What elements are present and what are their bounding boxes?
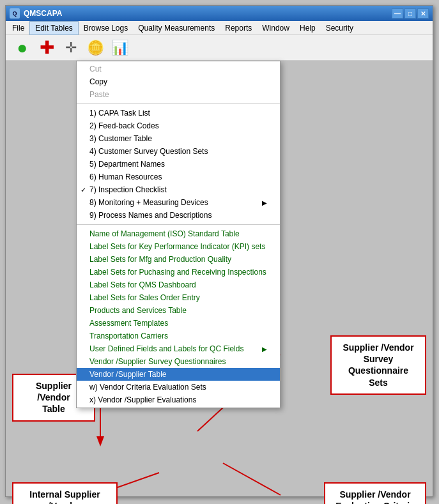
menu-quality-measurements[interactable]: Quality Measurements [133, 22, 220, 34]
minimize-button[interactable]: — [392, 8, 403, 19]
callout-internal: Internal Supplier /VendorEvaluations Com… [12, 482, 118, 504]
toolbar-green-icon[interactable]: ● [12, 38, 33, 58]
green-section: Name of Management (ISO) Standard Table … [77, 226, 280, 408]
menu-kpi-label-sets[interactable]: Label Sets for Key Performance Indicator… [77, 240, 280, 253]
toolbar-chart-icon[interactable]: 📊 [109, 38, 130, 58]
callout-internal-text: Internal Supplier /VendorEvaluations Com… [29, 489, 100, 504]
menu-vendor-evaluations[interactable]: x) Vendor /Supplier Evaluations [77, 393, 280, 406]
menu-edit-tables[interactable]: Edit Tables [29, 21, 78, 35]
menu-reports[interactable]: Reports [220, 22, 257, 34]
submenu-arrow-2-icon: ▶ [262, 346, 267, 353]
callout-survey: Supplier /VendorSurveyQuestionnaireSets [330, 335, 426, 395]
menu-qms-dashboard-label[interactable]: Label Sets for QMS Dashboard [77, 279, 280, 291]
divider-1 [77, 103, 280, 104]
menu-vendor-survey-questionnaires[interactable]: Vendor /Supplier Survey Questionnaires [77, 355, 280, 368]
main-window: Q QMSCAPA — □ ✕ File Edit Tables Browse … [5, 5, 433, 497]
checkmark-icon: ✓ [81, 186, 86, 194]
menu-sales-order-label[interactable]: Label Sets for Sales Order Entry [77, 291, 280, 304]
menu-security[interactable]: Security [321, 22, 358, 34]
menu-help[interactable]: Help [295, 22, 321, 34]
toolbar-add-icon[interactable]: ✚ [36, 38, 57, 58]
menu-products-services[interactable]: Products and Services Table [77, 304, 280, 317]
menu-window[interactable]: Window [257, 22, 295, 34]
menu-transportation-carriers[interactable]: Transportation Carriers [77, 330, 280, 342]
menu-user-defined-fields[interactable]: User Defined Fields and Labels for QC Fi… [77, 342, 280, 355]
menu-copy[interactable]: Copy [77, 75, 280, 88]
callout-vendor-table-text: Supplier /VendorTable [36, 381, 72, 414]
clipboard-section: Cut Copy Paste [77, 61, 280, 102]
menu-process-names[interactable]: 9) Process Names and Descriptions [77, 209, 280, 222]
titlebar-buttons: — □ ✕ [392, 8, 429, 19]
menu-vendor-criteria[interactable]: w) Vendor Criteria Evaluation Sets [77, 381, 280, 393]
menu-feedback-codes[interactable]: 2) Feed-back Codes [77, 119, 280, 132]
menu-purchasing-label-sets[interactable]: Label Sets for Puchasing and Receiving I… [77, 266, 280, 279]
toolbar-coins-icon[interactable]: 🪙 [85, 38, 105, 58]
menu-monitoring-devices[interactable]: 8) Monitoring + Measuring Devices ▶ [77, 196, 280, 209]
callout-survey-text: Supplier /VendorSurveyQuestionnaireSets [343, 342, 413, 388]
divider-2 [77, 224, 280, 225]
menu-management-standard[interactable]: Name of Management (ISO) Standard Table [77, 227, 280, 240]
menu-browse-logs[interactable]: Browse Logs [79, 22, 133, 34]
menu-capa-task-list[interactable]: 1) CAPA Task List [77, 107, 280, 119]
svg-line-3 [223, 463, 281, 495]
numbered-section: 1) CAPA Task List 2) Feed-back Codes 3) … [77, 105, 280, 223]
callout-criteria-text: Supplier /VendorEvaluation CriteriaSets [335, 489, 415, 504]
menu-vendor-supplier-table[interactable]: Vendor /Supplier Table [77, 368, 280, 381]
maximize-button[interactable]: □ [404, 8, 416, 19]
titlebar: Q QMSCAPA — □ ✕ [6, 6, 433, 21]
callout-criteria: Supplier /VendorEvaluation CriteriaSets [324, 482, 426, 504]
menu-cut[interactable]: Cut [77, 63, 280, 75]
menu-human-resources[interactable]: 6) Human Resources [77, 171, 280, 183]
toolbar-move-icon[interactable]: ✛ [61, 38, 81, 58]
close-button[interactable]: ✕ [417, 8, 429, 19]
menu-mfg-label-sets[interactable]: Label Sets for Mfg and Production Qualit… [77, 253, 280, 266]
menu-department-names[interactable]: 5) Department Names [77, 158, 280, 171]
menu-customer-table[interactable]: 3) Customer Table [77, 132, 280, 145]
menu-inspection-checklist[interactable]: ✓ 7) Inspection Checklist [77, 183, 280, 196]
edit-tables-dropdown: Cut Copy Paste 1) CAPA Task List 2) Feed… [76, 61, 281, 408]
app-icon: Q [10, 8, 20, 19]
content-area: Cut Copy Paste 1) CAPA Task List 2) Feed… [6, 61, 433, 496]
menu-customer-survey[interactable]: 4) Customer Survey Question Sets [77, 145, 280, 158]
menu-paste[interactable]: Paste [77, 88, 280, 101]
toolbar: ● ✚ ✛ 🪙 📊 [6, 35, 433, 61]
submenu-arrow-icon: ▶ [262, 199, 267, 206]
menubar: File Edit Tables Browse Logs Quality Mea… [6, 21, 433, 35]
window-title: QMSCAPA [24, 9, 388, 18]
menu-assessment-templates[interactable]: Assessment Templates [77, 317, 280, 330]
menu-file[interactable]: File [7, 22, 29, 34]
